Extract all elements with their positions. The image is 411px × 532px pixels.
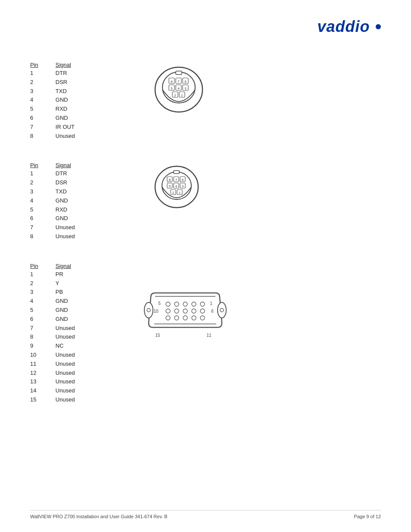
connector-diagram-2: 8 7 6 5 4 3 2 1 [151,162,202,214]
svg-rect-21 [174,171,179,174]
table-row: 7IR OUT [30,123,92,132]
table-row: 12Unused [30,369,92,378]
table-row: 6GND [30,114,92,123]
col-header-pin-2: Pin [30,162,56,169]
table-row: 5RXD [30,205,92,215]
col-header-pin-1: Pin [30,62,56,69]
col-header-signal-1: Signal [56,62,92,69]
table-cell: 8 [30,333,56,342]
svg-text:5: 5 [169,184,171,188]
table-cell: DSR [56,78,92,87]
connector-diagram-1: 8 7 6 5 4 3 2 1 [151,62,207,118]
footer: WallVIEW PRO Z700 Installation and User … [30,510,381,519]
table-row: 2Y [30,279,92,288]
table-row: 14Unused [30,386,92,395]
table-row: 1DTR [30,169,92,178]
table-row: 6GND [30,214,92,223]
logo-area: vaddio [30,17,381,36]
table-cell: Unused [56,333,92,342]
svg-text:3: 3 [184,87,187,90]
col-header-signal-2: Signal [56,162,92,169]
svg-text:7: 7 [175,178,177,182]
svg-text:1: 1 [210,301,212,306]
table-cell: RXD [56,105,92,114]
table-row: 8Unused [30,132,92,141]
table-cell: 4 [30,297,56,306]
table-cell: Unused [56,324,92,333]
table-cell: DTR [56,69,92,78]
table-row: 5RXD [30,105,92,114]
svg-text:8: 8 [169,178,171,182]
svg-text:4: 4 [177,87,180,90]
table-cell: 8 [30,232,56,241]
table-cell: IR OUT [56,123,92,132]
table-cell: PR [56,270,92,279]
table-cell: Unused [56,395,92,404]
table-cell: 3 [30,288,56,297]
table-cell: DTR [56,169,92,178]
svg-text:1: 1 [181,93,183,97]
table-cell: TXD [56,87,92,96]
minidin-svg-2: 8 7 6 5 4 3 2 1 [151,162,202,214]
svg-point-53 [200,309,205,313]
svg-text:4: 4 [175,184,177,188]
table-row: 10Unused [30,351,92,360]
minidin-svg-1: 8 7 6 5 4 3 2 1 [151,62,207,118]
table-row: 15Unused [30,395,92,404]
table-cell: 5 [30,205,56,215]
table-cell: GND [56,297,92,306]
table-cell: GND [56,96,92,105]
svg-point-49 [166,309,170,313]
table-cell: GND [56,196,92,205]
table-cell: 3 [30,187,56,196]
svg-point-47 [192,302,196,306]
table-cell: 15 [30,395,56,404]
table-cell: 4 [30,96,56,105]
table-row: 1DTR [30,69,92,78]
table-cell: TXD [56,187,92,196]
vaddio-logo: vaddio [317,17,381,36]
table-row: 13Unused [30,377,92,386]
table-row: 4GND [30,297,92,306]
table-cell: GND [56,315,92,324]
table-cell: Unused [56,232,92,241]
table-row: 3TXD [30,87,92,96]
table-cell: 5 [30,306,56,315]
pin-table-2: Pin Signal 1DTR2DSR3TXD4GND5RXD6GND7Unus… [30,162,116,241]
section3: Pin Signal 1PR2Y3PB4GND5GND6GND7Unused8U… [30,263,381,404]
table-cell: 12 [30,369,56,378]
table-cell: 13 [30,377,56,386]
svg-point-50 [174,309,179,313]
table-cell: GND [56,214,92,223]
table-row: 5GND [30,306,92,315]
svg-text:3: 3 [182,184,184,188]
table-cell: Y [56,279,92,288]
svg-point-55 [174,316,179,320]
table-row: 4GND [30,96,92,105]
table-cell: Unused [56,223,92,232]
col-header-pin-3: Pin [30,263,56,270]
table-cell: PB [56,288,92,297]
svg-point-45 [174,302,179,306]
svg-point-57 [192,316,196,320]
table-cell: 6 [30,214,56,223]
table-row: 9NC [30,342,92,351]
table-cell: 4 [30,196,56,205]
table-cell: 9 [30,342,56,351]
table-row: 2DSR [30,178,92,187]
svg-text:5: 5 [158,301,161,306]
svg-text:11: 11 [206,333,212,338]
svg-text:6: 6 [184,80,187,84]
svg-rect-2 [176,71,182,75]
svg-text:15: 15 [155,333,160,338]
table-row: 3PB [30,288,92,297]
svg-text:1: 1 [179,191,181,195]
table-row: 7Unused [30,324,92,333]
svg-text:10: 10 [153,309,159,314]
svg-text:2: 2 [174,93,176,97]
table-cell: Unused [56,377,92,386]
table-cell: GND [56,114,92,123]
svg-point-54 [166,316,170,320]
table-cell: 3 [30,87,56,96]
col-header-signal-3: Signal [56,263,92,270]
